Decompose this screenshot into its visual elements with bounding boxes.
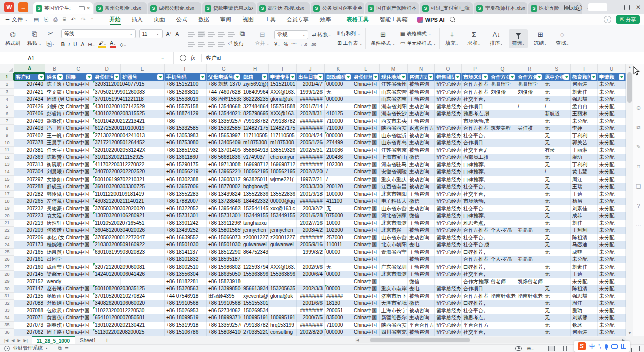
cell[interactable]: 指南针张老 (489, 293, 516, 300)
cell[interactable]: 留学总经办 (435, 191, 462, 198)
cell[interactable]: 2000/6/4 (297, 271, 325, 278)
cell[interactable] (516, 307, 543, 315)
cell[interactable]: 社交平台,/ (462, 147, 489, 154)
cell[interactable]: 桂婉唯 (女 (45, 241, 64, 249)
cell[interactable]: 无 (543, 161, 571, 169)
cell[interactable]: China中国 (352, 132, 380, 140)
cell[interactable]: 630103199903020823 (93, 249, 121, 256)
header-cell[interactable]: 手机号码 (165, 73, 207, 81)
cell[interactable]: 北京市海淀 (380, 271, 408, 278)
cell[interactable]: China中国 (64, 285, 93, 293)
cell[interactable]: 207073 (14, 322, 45, 329)
cell[interactable]: China中国 (352, 234, 380, 242)
cell[interactable]: 陈歆赟 (女 (45, 154, 64, 161)
document-tab[interactable]: S贷款申请信息.xlsx (202, 2, 256, 14)
cell[interactable]: +86 1565399710 (207, 132, 242, 140)
cell[interactable] (380, 278, 408, 286)
cell[interactable]: China中国 (64, 241, 93, 249)
cell[interactable]: 无 (543, 300, 571, 307)
cell[interactable]: ######## (297, 293, 325, 300)
cell[interactable]: +86 (165, 118, 207, 125)
cell[interactable]: China中国 (64, 176, 93, 184)
cell[interactable]: 无 (543, 191, 571, 198)
cell[interactable]: 吕同学 (45, 256, 64, 263)
cell[interactable]: 何雨涛 (571, 329, 598, 336)
cell[interactable]: 2000/4/24 (297, 132, 325, 140)
cell[interactable]: 207369 (14, 154, 45, 161)
cell[interactable]: +86 18302388 (165, 176, 207, 184)
filter-icon[interactable] (114, 74, 119, 80)
cell[interactable]: 无 (543, 125, 571, 132)
cell[interactable]: 000000 (325, 329, 352, 336)
cell[interactable]: China中国 (352, 329, 380, 336)
cell[interactable]: +86 18141137 (165, 249, 207, 256)
cell[interactable]: 强思喆 (571, 96, 598, 103)
cell[interactable]: 未分配 (598, 322, 626, 329)
cell[interactable]: m1875308 (269, 139, 297, 147)
cell[interactable]: 刘素佳 (571, 89, 598, 96)
cell[interactable]: 刘素佳 (571, 263, 598, 271)
row-number[interactable]: 35 (0, 322, 14, 329)
borders-button[interactable]: ⊞⌄ (88, 42, 95, 47)
cell[interactable]: wjrme221( (269, 176, 297, 184)
column-header-E[interactable]: E (121, 64, 165, 73)
cell[interactable]: m1875308 (242, 139, 269, 147)
filter-icon[interactable] (455, 74, 460, 80)
cell[interactable]: 无 (543, 212, 571, 220)
increase-font-icon[interactable]: A⁺ (166, 31, 172, 37)
cell[interactable]: 未分配 (598, 278, 626, 286)
cell[interactable]: 留学总经办 (435, 220, 462, 227)
cell[interactable]: +86 1899937166 (207, 314, 242, 322)
cell[interactable]: +86 18101832 (165, 256, 207, 263)
cell[interactable]: 110112200109181419 (93, 191, 121, 198)
cell-style-button[interactable]: ▭ 单元格样式 ⌄ (400, 40, 436, 47)
sidebar-tool-icon[interactable]: ⧉ (637, 124, 641, 131)
cell[interactable]: 271302200004241013 (93, 132, 121, 140)
cell[interactable]: 口碑推荐, (462, 263, 489, 271)
increase-decimal-icon[interactable]: ←.0 (300, 42, 307, 47)
tab-数据[interactable]: 数据 (193, 14, 215, 25)
tab-公式[interactable]: 公式 (171, 14, 193, 25)
column-header-H[interactable]: H (242, 64, 269, 73)
cell[interactable]: 社交平台, (462, 96, 489, 103)
cell[interactable]: 无 (543, 322, 571, 329)
cell[interactable]: 500108200203035125 (93, 285, 121, 293)
filter-icon[interactable] (157, 74, 163, 80)
cell[interactable]: 207219 (14, 220, 45, 227)
cell[interactable]: 彭睿婧 (女 (45, 110, 64, 118)
cell[interactable] (489, 132, 516, 140)
cell[interactable]: 未分配 (598, 89, 626, 96)
cell[interactable]: 180995191 (242, 314, 269, 322)
cell[interactable] (516, 96, 543, 103)
cell[interactable]: 2001/7/14 (297, 103, 325, 111)
cell[interactable]: 陈子逸 (男 (45, 81, 64, 89)
cell[interactable]: China中国 (64, 249, 93, 256)
fill-color-button[interactable]: 🖌⌄ (98, 41, 106, 48)
align-bottom-icon[interactable] (208, 31, 215, 37)
cell[interactable]: China中国 (64, 89, 93, 96)
cell[interactable]: +86 1354402198 (207, 110, 242, 118)
cell[interactable]: z20001227 (242, 234, 269, 242)
document-tab[interactable]: S国任财产保险样本.x (365, 2, 419, 14)
header-cell[interactable]: 合作方名 (516, 73, 543, 81)
cell[interactable]: +86 18182281 (165, 278, 207, 286)
cell[interactable]: China中国 (352, 314, 380, 322)
maximize-button[interactable] (624, 5, 630, 10)
cell[interactable]: 平台合作方 (462, 322, 489, 329)
cell[interactable]: 无 (543, 314, 571, 322)
cell[interactable]: 去电 (408, 285, 435, 293)
cell[interactable]: 何依诺 (女 (45, 227, 64, 234)
cell[interactable]: China中国 (64, 154, 93, 161)
cell[interactable]: 河南省驻马 (380, 161, 408, 169)
cell[interactable]: +86 13053983 (165, 132, 207, 140)
row-number[interactable]: 20 (0, 212, 14, 220)
cn-en-toggle[interactable]: 中 (589, 343, 595, 350)
column-header-G[interactable]: G (207, 64, 242, 73)
cell[interactable] (489, 314, 516, 322)
cell[interactable]: 钦冰 (571, 322, 598, 329)
cell[interactable]: 未分配 (598, 300, 626, 307)
cell[interactable]: 102300 (325, 227, 352, 234)
cell[interactable] (352, 96, 380, 103)
cell[interactable]: 710000 (325, 125, 352, 132)
board-icon[interactable]: ⧉ (58, 345, 62, 351)
